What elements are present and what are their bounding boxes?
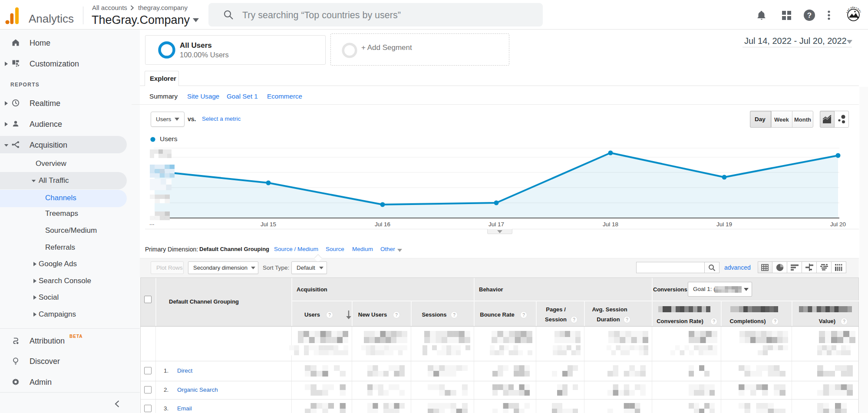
svg-text:?: ? (807, 11, 812, 20)
svg-text:?: ? (843, 319, 845, 324)
